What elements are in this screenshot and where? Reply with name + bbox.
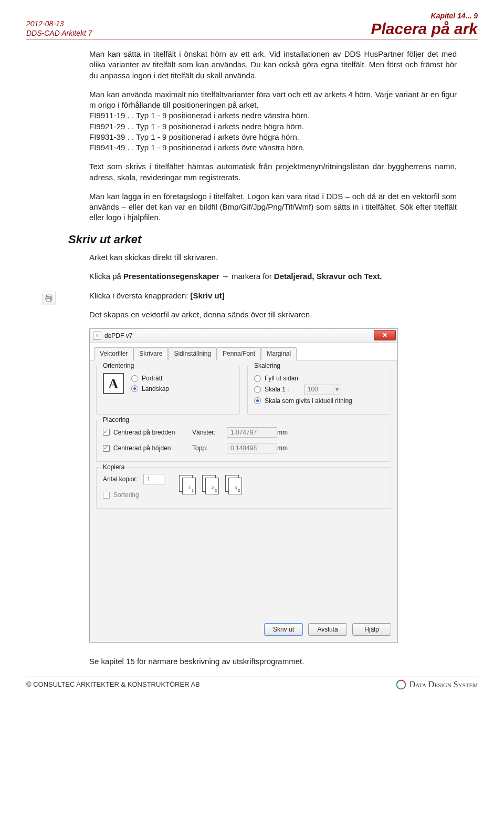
brand-logo-icon — [396, 679, 406, 690]
scale-value-input[interactable]: 100 — [304, 385, 333, 395]
label-left: Vänster: — [192, 428, 227, 437]
radio-fill-page[interactable] — [254, 375, 261, 382]
radio-label: Skala som givits i aktuell ritning — [265, 397, 352, 405]
label-copies: Antal kopior: — [103, 475, 138, 483]
group-orientering: Orientering A Porträtt — [96, 366, 240, 414]
paragraph: Det skapas en vektorfil av arket, denna … — [89, 309, 457, 320]
paragraph: Man kan sätta in titelfält i önskat hörn… — [89, 49, 457, 81]
page-title: Placera på ark — [371, 20, 478, 38]
checkbox-center-height[interactable] — [103, 445, 110, 452]
svg-rect-2 — [47, 298, 51, 301]
group-kopiera: Kopiera Antal kopior: 1 Sortering — [96, 467, 391, 509]
print-dialog: ⎙ doPDF v7 ✕ Vektorfiler Skrivare Sidins… — [89, 328, 398, 643]
checkbox-label: Sortering — [113, 491, 139, 499]
paragraph: Klicka i översta knappraden: [Skriv ut] — [89, 291, 457, 301]
app-icon: ⎙ — [93, 332, 101, 340]
dialog-titlebar: ⎙ doPDF v7 ✕ — [90, 329, 397, 343]
dialog-title: doPDF v7 — [104, 332, 132, 340]
radio-label: Landskap — [142, 385, 169, 393]
group-legend: Skalering — [252, 361, 282, 370]
paragraph: Arket kan skickas direkt till skrivaren. — [89, 252, 457, 263]
close-button[interactable]: ✕ — [374, 330, 396, 340]
input-left[interactable]: 1.074797 — [227, 427, 277, 438]
unit-label: mm — [277, 428, 293, 437]
tab-marginal[interactable]: Marginal — [261, 347, 297, 360]
dropdown-icon[interactable]: ▾ — [333, 385, 341, 395]
checkbox-label: Centrerad på bredden — [113, 428, 175, 437]
unit-label: mm — [277, 444, 293, 452]
section-heading: Skriv ut arket — [68, 232, 457, 247]
footer-copyright: © CONSULTEC ARKITEKTER & KONSTRUKTÖRER A… — [26, 680, 200, 688]
footer-brand: Data Design System — [396, 679, 478, 690]
orientation-glyph: A — [103, 373, 124, 394]
group-legend: Placering — [101, 416, 131, 424]
help-button[interactable]: Hjälp — [352, 623, 391, 636]
tab-skrivare[interactable]: Skrivare — [133, 347, 168, 360]
radio-portrait[interactable] — [131, 375, 138, 382]
page-footer: © CONSULTEC ARKITEKTER & KONSTRUKTÖRER A… — [26, 677, 478, 690]
paragraph: Man kan lägga in en företagslogo i titel… — [89, 191, 457, 223]
close-dialog-button[interactable]: Avsluta — [308, 623, 347, 636]
radio-label: Fyll ut sidan — [265, 374, 298, 382]
label-top: Topp: — [192, 444, 227, 452]
header-date: 2012-08-13 — [26, 19, 92, 28]
tab-penna-font[interactable]: Penna/Font — [217, 347, 261, 360]
tab-vektorfiler[interactable]: Vektorfiler — [94, 347, 133, 360]
header-chapter: Kapitel 14... 9 — [371, 12, 478, 20]
radio-scale-1[interactable] — [254, 386, 261, 393]
checkbox-label: Centrerad på höjden — [113, 444, 171, 452]
radio-label: Skala 1 : — [265, 385, 289, 394]
radio-landscape[interactable] — [131, 385, 138, 392]
radio-scale-as-drawn[interactable] — [254, 397, 261, 404]
paragraph: Man kan använda maximalt nio titelfältva… — [89, 89, 457, 153]
printer-icon — [42, 292, 56, 305]
checkbox-center-width[interactable] — [103, 429, 110, 436]
input-copies[interactable]: 1 — [143, 474, 164, 484]
checkbox-collate[interactable] — [103, 492, 110, 499]
collate-illustration: 1 1 2 2 3 — [179, 475, 243, 495]
group-legend: Orientering — [101, 361, 136, 370]
print-button[interactable]: Skriv ut — [264, 623, 303, 636]
radio-label: Porträtt — [142, 374, 162, 382]
dialog-tabs: Vektorfiler Skrivare Sidinställning Penn… — [90, 343, 397, 360]
tab-sidinstallning[interactable]: Sidinställning — [168, 347, 217, 360]
paragraph: Klicka på Presentationsegenskaper → mark… — [89, 271, 457, 282]
page-header: 2012-08-13 DDS-CAD Arkitekt 7 Kapitel 14… — [26, 12, 478, 39]
paragraph: Text som skrivs i titelfältet hämtas aut… — [89, 161, 457, 183]
svg-point-3 — [50, 297, 51, 298]
group-placering: Placering Centrerad på bredden Vänster: … — [96, 420, 391, 462]
input-top[interactable]: 0.148498 — [227, 443, 277, 453]
group-legend: Kopiera — [101, 463, 127, 471]
svg-rect-0 — [47, 295, 51, 297]
paragraph: Se kapitel 15 för närmare beskrivning av… — [89, 656, 457, 667]
group-skalering: Skalering Fyll ut sidan Skala 1 : 100 ▾ — [247, 366, 391, 414]
header-product: DDS-CAD Arkitekt 7 — [26, 28, 92, 38]
